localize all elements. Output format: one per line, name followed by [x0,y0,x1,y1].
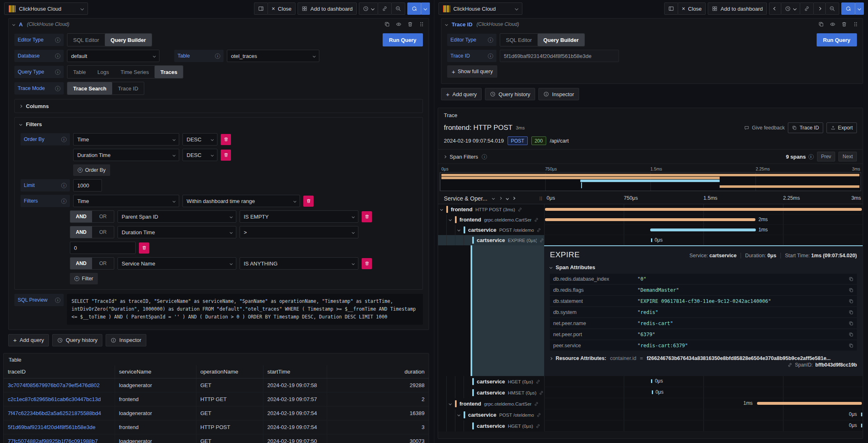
filter-operator-select[interactable]: > [240,226,358,238]
and-option[interactable]: AND [70,211,92,222]
span-row[interactable]: frontend grpc.oteldemo.CartSer 2ms [438,215,863,225]
trace-mode-search[interactable]: Trace Search [67,82,112,95]
span-duration-bar[interactable] [545,218,755,221]
time-picker-button[interactable] [781,2,800,15]
close-pane-button[interactable]: ×Close [268,2,295,15]
span-tick[interactable] [861,424,862,427]
resource-attributes-toggle[interactable]: Resource Attributes: container.id = f266… [550,355,857,361]
add-to-dashboard-button[interactable]: Add to dashboard [708,2,767,15]
copy-icon[interactable] [849,288,854,293]
collapse-all-icon[interactable] [513,197,514,199]
filters-section-toggle[interactable]: Filters [15,118,422,131]
query-type-timeseries[interactable]: Time Series [115,66,155,78]
copy-icon[interactable] [849,332,854,337]
give-feedback-link[interactable]: Give feedback [744,125,785,131]
span-link-icon[interactable] [539,238,544,243]
share-link-button[interactable] [378,2,392,15]
add-filter-button[interactable]: +Filter [70,273,98,284]
query-history-button[interactable]: Query history [52,334,102,346]
col-header-duration[interactable]: duration [327,365,429,378]
col-header-traceid[interactable]: traceID [4,365,115,378]
delete-query-icon[interactable] [407,21,413,27]
trace-id-link[interactable]: 5f1d69baf92314f20d4f8f561b58e3de [4,420,115,434]
move-pane-right-button[interactable] [254,2,268,15]
refresh-interval-dropdown[interactable] [855,2,864,15]
span-link-icon[interactable] [539,390,544,395]
limit-input[interactable] [73,179,102,192]
add-order-by-button[interactable]: +Order By [73,164,110,176]
span-duration-bar[interactable] [650,228,756,231]
add-to-dashboard-button[interactable]: Add to dashboard [298,2,357,15]
col-header-servicename[interactable]: serviceName [115,365,196,378]
query-builder-option[interactable]: Query Builder [538,34,584,46]
trace-id-button[interactable]: Trace ID [788,122,823,133]
span-row[interactable]: cartservice HGET (0μs) 0μs [438,376,863,387]
run-query-button[interactable]: Run Query [383,33,423,46]
span-row[interactable]: cartservice POST /oteldemo 0μs [438,409,863,420]
query-builder-option[interactable]: Query Builder [105,34,152,46]
or-option[interactable]: OR [92,211,114,222]
remove-order-by-button[interactable] [221,134,231,145]
query-header[interactable]: Trace ID (ClickHouse Cloud) [441,18,863,30]
duplicate-query-icon[interactable] [818,21,824,27]
trace-id-link[interactable]: 77fc5074882af98925b1f76c091988b7 [4,434,115,443]
order-by-field-select[interactable]: Duration Time [73,149,179,161]
trace-mode-id[interactable]: Trace ID [112,82,144,95]
chevron-down-icon[interactable] [449,218,452,221]
query-header[interactable]: A (ClickHouse Cloud) [9,18,429,30]
remove-filter-button[interactable] [362,211,372,222]
copy-icon[interactable] [849,343,854,348]
add-query-button[interactable]: +Add query [8,334,49,346]
time-shift-forward-button[interactable] [813,2,826,15]
delete-query-icon[interactable] [841,21,847,27]
trace-minimap[interactable]: 0μs 750μs 1.5ms 2.25ms 3ms [438,164,863,193]
chevron-down-icon[interactable] [492,197,494,199]
chevron-right-icon[interactable] [499,197,501,199]
export-button[interactable]: Export [826,122,857,133]
zoom-out-button[interactable] [391,2,405,15]
chevron-down-icon[interactable] [457,413,460,416]
span-row[interactable]: frontend grpc.oteldemo.CartSer 1ms [438,398,863,409]
col-header-operationname[interactable]: operationName [196,365,263,378]
trace-id-link[interactable]: c2c1ec87c62965b61cab6c30447bc13d [4,392,115,406]
run-refresh-button[interactable] [841,2,855,15]
time-picker-button[interactable] [359,2,378,15]
filter-operator-select[interactable]: IS ANYTHING [240,257,358,270]
span-link-icon[interactable] [536,228,541,233]
span-row[interactable]: cartservice HMSET (0μs) 0μs [438,387,863,398]
span-duration-bar[interactable] [757,402,862,405]
query-type-table[interactable]: Table [67,66,92,78]
inspector-button[interactable]: Inspector [538,88,579,100]
and-option[interactable]: AND [70,258,92,269]
span-attributes-toggle[interactable]: Span Attributes [550,264,857,270]
run-refresh-button[interactable] [407,2,421,15]
copy-icon[interactable] [849,299,854,304]
span-tick[interactable] [861,413,862,416]
share-link-button[interactable] [800,2,814,15]
and-option[interactable]: AND [70,226,92,238]
or-option[interactable]: OR [92,258,114,269]
next-span-button[interactable]: Next [838,152,857,162]
drag-handle-icon[interactable] [853,21,859,27]
toggle-visibility-icon[interactable] [830,21,836,27]
chevron-down-icon[interactable] [440,208,443,211]
table-select[interactable]: otel_traces [227,50,319,62]
span-link-icon[interactable] [536,413,541,418]
query-type-traces[interactable]: Traces [155,66,183,78]
span-tick[interactable] [652,390,653,394]
filter-operator-select[interactable]: IS EMPTY [240,210,358,223]
duplicate-query-icon[interactable] [384,21,390,27]
datasource-picker[interactable]: ClickHouse Cloud [439,2,522,15]
span-link-icon[interactable] [517,207,522,212]
filter-value-input[interactable] [70,242,136,254]
trace-id-link[interactable]: 3c7074f085679976b07a79ef5476d802 [4,378,115,392]
add-query-button[interactable]: +Add query [441,88,482,100]
order-by-field-select[interactable]: Time [73,133,179,145]
sql-editor-option[interactable]: SQL Editor [67,34,105,46]
remove-order-by-button[interactable] [221,150,231,161]
span-tick[interactable] [651,379,652,383]
copy-icon[interactable] [849,277,854,281]
filter-field-select[interactable]: Duration Time [118,226,236,238]
span-link-icon[interactable] [536,424,540,429]
inspector-button[interactable]: Inspector [106,334,146,346]
